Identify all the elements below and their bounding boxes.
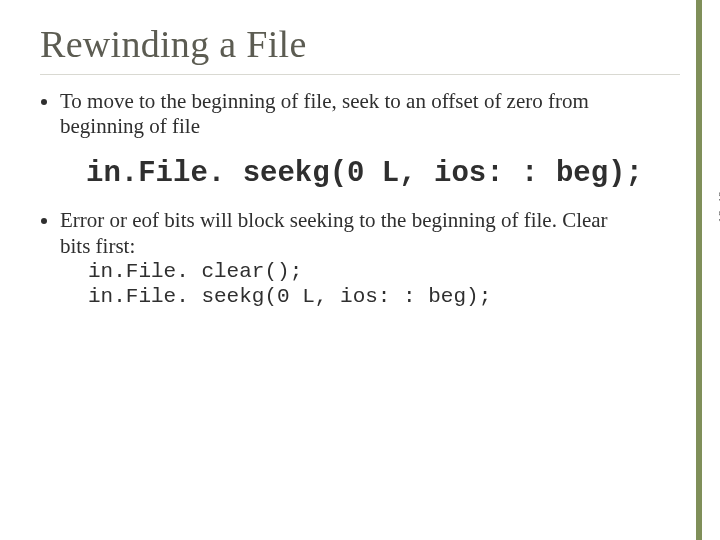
body-list: To move to the beginning of file, seek t…	[40, 89, 680, 139]
code-clear: in.File. clear();	[88, 259, 640, 284]
page-number: 13-49	[716, 190, 720, 223]
slide: Rewinding a File To move to the beginnin…	[0, 0, 720, 540]
code-seek: in.File. seekg(0 L, ios: : beg);	[88, 284, 640, 309]
title-rule	[40, 74, 680, 75]
bullet-2-intro: Error or eof bits will block seeking to …	[60, 208, 608, 257]
slide-title: Rewinding a File	[40, 22, 680, 66]
accent-bar	[696, 0, 702, 540]
bullet-2: Error or eof bits will block seeking to …	[60, 208, 680, 309]
body-list-2: Error or eof bits will block seeking to …	[40, 208, 680, 309]
code-main: in.File. seekg(0 L, ios: : beg);	[86, 157, 680, 190]
bullet-1: To move to the beginning of file, seek t…	[60, 89, 680, 139]
